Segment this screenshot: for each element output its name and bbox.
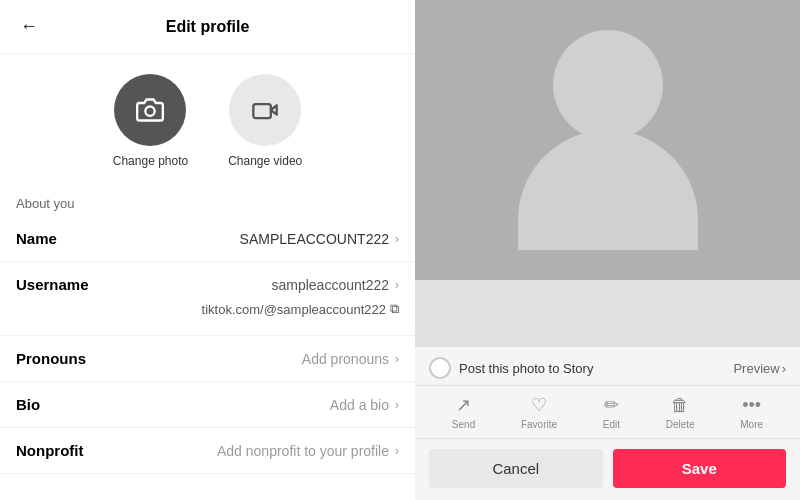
avatar-body [518, 130, 698, 250]
pronouns-row[interactable]: Pronouns Add pronouns › [0, 336, 415, 382]
username-row[interactable]: Username sampleaccount222 › tiktok.com/@… [0, 262, 415, 336]
change-video-label: Change video [228, 154, 302, 168]
nonprofit-value: Add nonprofit to your profile [217, 443, 389, 459]
bio-value-container: Add a bio › [126, 397, 399, 413]
story-toggle[interactable] [429, 357, 451, 379]
action-buttons-row: Cancel Save [415, 439, 800, 500]
more-icon: ••• [742, 395, 761, 416]
page-title: Edit profile [166, 18, 250, 36]
preview-label: Preview [733, 361, 779, 376]
pronouns-value-container: Add pronouns › [126, 351, 399, 367]
copy-icon[interactable]: ⧉ [390, 301, 399, 317]
header: ← Edit profile [0, 0, 415, 54]
preview-button[interactable]: Preview › [733, 361, 786, 376]
tiktok-url-row: tiktok.com/@sampleaccount222 ⧉ [16, 297, 399, 321]
story-row: Post this photo to Story Preview › [415, 347, 800, 386]
username-label: Username [16, 276, 126, 293]
svg-point-0 [146, 107, 155, 116]
username-value-container: sampleaccount222 › [126, 277, 399, 293]
about-label: About you [16, 196, 75, 211]
more-action[interactable]: ••• More [740, 395, 763, 430]
nonprofit-label: Nonprofit [16, 442, 126, 459]
favorite-icon: ♡ [531, 394, 547, 416]
name-label: Name [16, 230, 126, 247]
video-icon [251, 96, 279, 124]
svg-rect-1 [254, 104, 272, 118]
pronouns-chevron: › [395, 352, 399, 366]
about-section: About you [0, 188, 415, 216]
send-label: Send [452, 419, 475, 430]
photo-section: Change photo Change video [0, 54, 415, 188]
back-button[interactable]: ← [16, 12, 42, 41]
avatar [518, 30, 698, 250]
action-icons-row: ↗ Send ♡ Favorite ✏ Edit 🗑 Delete ••• Mo… [415, 386, 800, 439]
delete-label: Delete [666, 419, 695, 430]
story-left: Post this photo to Story [429, 357, 593, 379]
nonprofit-chevron: › [395, 444, 399, 458]
favorite-action[interactable]: ♡ Favorite [521, 394, 557, 430]
name-chevron: › [395, 232, 399, 246]
edit-label: Edit [603, 419, 620, 430]
cancel-button[interactable]: Cancel [429, 449, 603, 488]
avatar-head [553, 30, 663, 140]
username-top: Username sampleaccount222 › [16, 276, 399, 293]
tiktok-url: tiktok.com/@sampleaccount222 [202, 302, 386, 317]
delete-icon: 🗑 [671, 395, 689, 416]
change-photo-option[interactable]: Change photo [113, 74, 188, 168]
nonprofit-row[interactable]: Nonprofit Add nonprofit to your profile … [0, 428, 415, 474]
nonprofit-value-container: Add nonprofit to your profile › [126, 443, 399, 459]
username-chevron: › [395, 278, 399, 292]
profile-rows: Name SAMPLEACCOUNT222 › Username samplea… [0, 216, 415, 500]
save-button[interactable]: Save [613, 449, 787, 488]
change-video-option[interactable]: Change video [228, 74, 302, 168]
bio-chevron: › [395, 398, 399, 412]
bio-value: Add a bio [330, 397, 389, 413]
name-row[interactable]: Name SAMPLEACCOUNT222 › [0, 216, 415, 262]
pronouns-label: Pronouns [16, 350, 126, 367]
send-icon: ↗ [456, 394, 471, 416]
profile-image-area [415, 0, 800, 280]
change-photo-circle [114, 74, 186, 146]
camera-icon [136, 96, 164, 124]
pronouns-value: Add pronouns [302, 351, 389, 367]
favorite-label: Favorite [521, 419, 557, 430]
preview-chevron: › [782, 361, 786, 376]
right-panel: Post this photo to Story Preview › ↗ Sen… [415, 0, 800, 500]
username-value: sampleaccount222 [271, 277, 389, 293]
send-action[interactable]: ↗ Send [452, 394, 475, 430]
delete-action[interactable]: 🗑 Delete [666, 395, 695, 430]
left-panel: ← Edit profile Change photo Change video [0, 0, 415, 500]
story-text: Post this photo to Story [459, 361, 593, 376]
change-video-circle [229, 74, 301, 146]
edit-icon: ✏ [604, 394, 619, 416]
name-value-container: SAMPLEACCOUNT222 › [126, 231, 399, 247]
edit-action[interactable]: ✏ Edit [603, 394, 620, 430]
bio-row[interactable]: Bio Add a bio › [0, 382, 415, 428]
change-photo-label: Change photo [113, 154, 188, 168]
bottom-bar: Post this photo to Story Preview › ↗ Sen… [415, 347, 800, 500]
name-value: SAMPLEACCOUNT222 [240, 231, 389, 247]
more-label: More [740, 419, 763, 430]
bio-label: Bio [16, 396, 126, 413]
